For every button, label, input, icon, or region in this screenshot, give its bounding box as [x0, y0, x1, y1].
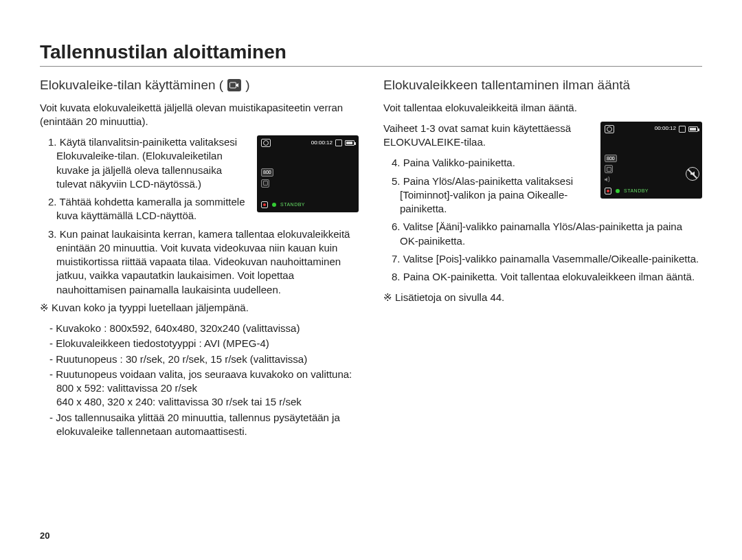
page-number: 20 [40, 530, 49, 541]
left-bullet-list: - Kuvakoko : 800x592, 640x480, 320x240 (… [40, 322, 359, 438]
lcd-time: 00:00:12 [311, 139, 333, 147]
title-rule [40, 66, 702, 67]
right-step-8: 8. Paina OK-painiketta. Voit tallentaa e… [392, 270, 702, 284]
battery-icon [345, 140, 355, 146]
movie-mode-icon [227, 79, 241, 91]
record-indicator-icon [261, 201, 268, 208]
left-note-heading-text: Kuvan koko ja tyyppi luetellaan jäljempä… [52, 302, 249, 313]
movie-mode-indicator-icon [261, 139, 271, 147]
right-step-6: 6. Valitse [Ääni]-valikko painamalla Ylö… [392, 220, 702, 248]
right-subtitle: Elokuvaleikkeen tallentaminen ilman äänt… [383, 76, 702, 94]
lcd-screenshot-movie-mode: 00:00:12 800 STANDBY [257, 135, 359, 212]
lcd-size-badge: 800 [261, 168, 273, 176]
lcd-time: 00:00:12 [655, 125, 676, 133]
two-column-layout: Elokuvaleike-tilan käyttäminen ( ) Voit … [40, 76, 702, 440]
frame-rate-icon [261, 179, 269, 188]
right-step-list-cont: 6. Valitse [Ääni]-valikko painamalla Ylö… [383, 220, 702, 284]
reference-mark-icon: ※ [383, 291, 392, 303]
left-bullet-4: - Ruutunopeus voidaan valita, jos seuraa… [49, 368, 359, 410]
page-title: Tallennustilan aloittaminen [40, 41, 702, 63]
left-column: Elokuvaleike-tilan käyttäminen ( ) Voit … [40, 76, 359, 440]
record-indicator-icon [605, 188, 611, 194]
left-bullet-5: - Jos tallennusaika ylittää 20 minuuttia… [49, 411, 359, 439]
lcd-size-badge: 800 [605, 155, 617, 162]
battery-icon [688, 126, 698, 132]
right-steps-with-figure: Vaiheet 1-3 ovat samat kuin käytettäessä… [383, 122, 702, 221]
lcd-standby-label: STANDBY [280, 201, 305, 208]
left-bullet-1: - Kuvakoko : 800x592, 640x480, 320x240 (… [49, 322, 359, 335]
left-intro: Voit kuvata elokuvaleikettä jäljellä ole… [40, 101, 359, 129]
left-subtitle-after: ) [245, 76, 249, 94]
standby-dot-icon [272, 203, 276, 207]
standby-dot-icon [616, 189, 620, 193]
left-subtitle-text: Elokuvaleike-tilan käyttäminen ( [40, 76, 223, 94]
reference-mark-icon: ※ [40, 302, 49, 313]
left-step-2: 2. Tähtää kohdetta kameralla ja sommitte… [48, 195, 250, 223]
lcd-standby-label: STANDBY [624, 188, 649, 194]
left-bullet-2: - Elokuvaleikkeen tiedostotyyppi : AVI (… [49, 337, 359, 350]
left-step-list-cont: 3. Kun painat laukaisinta kerran, kamera… [40, 227, 359, 297]
memory-card-icon [679, 126, 686, 133]
right-step-5: 5. Paina Ylös/Alas-painiketta valitakses… [392, 175, 594, 216]
right-column: Elokuvaleikkeen tallentaminen ilman äänt… [383, 76, 702, 440]
memory-card-icon [335, 139, 342, 146]
movie-mode-indicator-icon [605, 125, 614, 133]
right-footnote-text: Lisätietoja on sivulla 44. [395, 291, 504, 303]
speaker-mute-icon [686, 167, 699, 181]
left-note-heading: ※Kuvan koko ja tyyppi luetellaan jäljemp… [40, 301, 359, 315]
right-footnote: ※Lisätietoja on sivulla 44. [383, 291, 702, 304]
right-step-4: 4. Paina Valikko-painiketta. [392, 156, 594, 170]
manual-page: Tallennustilan aloittaminen Elokuvaleike… [0, 0, 742, 560]
left-subtitle: Elokuvaleike-tilan käyttäminen ( ) [40, 76, 359, 94]
speaker-off-small-icon [605, 176, 613, 183]
right-pre-steps: Vaiheet 1-3 ovat samat kuin käytettäessä… [383, 122, 594, 150]
left-bullet-3: - Ruutunopeus : 30 r/sek, 20 r/sek, 15 r… [49, 352, 359, 366]
right-step-list: 4. Paina Valikko-painiketta. 5. Paina Yl… [383, 156, 594, 216]
left-step-list: 1. Käytä tilanvalitsin-painiketta valita… [40, 135, 250, 223]
left-step-1: 1. Käytä tilanvalitsin-painiketta valita… [48, 135, 250, 191]
frame-rate-icon [605, 165, 613, 173]
lcd-screenshot-mute-mode: 00:00:12 800 STANDBY [600, 122, 702, 199]
svg-rect-0 [230, 82, 236, 88]
right-intro: Voit tallentaa elokuvaleikkeitä ilman ää… [383, 101, 702, 115]
left-steps-with-figure: 1. Käytä tilanvalitsin-painiketta valita… [40, 135, 359, 227]
right-step-7: 7. Valitse [Pois]-valikko painamalla Vas… [392, 252, 702, 266]
left-step-3: 3. Kun painat laukaisinta kerran, kamera… [48, 227, 359, 297]
